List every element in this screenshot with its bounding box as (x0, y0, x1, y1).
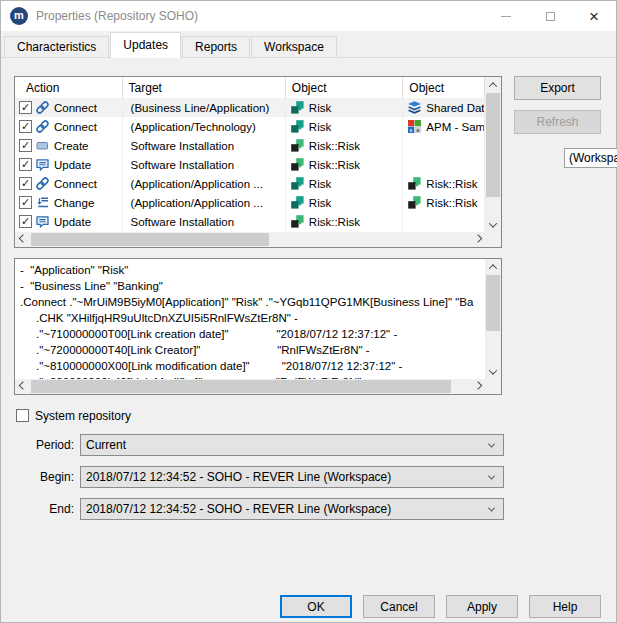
app-logo-icon: m (10, 7, 28, 25)
layers-icon (407, 100, 422, 115)
scroll-up-button[interactable] (485, 77, 501, 92)
export-button[interactable]: Export (514, 76, 601, 100)
scroll-up-button[interactable] (485, 259, 501, 274)
column-header-object-3[interactable]: Object (403, 77, 485, 98)
object-cell: Risk::Risk (286, 136, 404, 155)
title-bar: m Properties (Repository SOHO) × (1, 1, 616, 31)
maximize-button[interactable] (528, 1, 572, 31)
scrollbar-corner (485, 232, 501, 247)
help-button[interactable]: Help (529, 595, 601, 618)
update-icon (35, 157, 50, 172)
row-checkbox[interactable]: ✓ (19, 196, 32, 209)
table-row[interactable]: ✓Connect(Business Line/Application)RiskS… (15, 98, 485, 117)
action-label: Connect (54, 178, 97, 190)
chevron-right-icon (473, 234, 481, 242)
table-row[interactable]: ✓Connect(Application/Technology)RisksaAP… (15, 117, 485, 136)
chevron-down-icon (488, 473, 495, 480)
tab-updates[interactable]: Updates (110, 32, 181, 58)
log-line: .CHK "XHilfjqHR9uUltcDnXZUI5i5RnlFWsZtEr… (20, 310, 485, 326)
object-cell-2: Shared Data (403, 98, 485, 117)
minimize-button[interactable] (484, 1, 528, 31)
change-icon (35, 195, 50, 210)
object-cell-label: Risk (309, 121, 331, 133)
log-panel[interactable]: - "Application" "Risk"- "Business Line" … (14, 258, 502, 395)
link-icon (35, 119, 50, 134)
log-horizontal-scrollbar[interactable] (15, 379, 485, 394)
log-vertical-scrollbar[interactable] (485, 259, 501, 379)
column-header-action-0[interactable]: Action (15, 77, 123, 98)
scroll-left-button[interactable] (15, 232, 30, 247)
table-row[interactable]: ✓UpdateSoftware InstallationRisk::Risk (15, 212, 485, 231)
table-row[interactable]: ✓Connect(Application/Application ...Risk… (15, 174, 485, 193)
log-line: - "Application" "Risk" (20, 262, 485, 278)
log-line: .Connect ."~MrUiM9B5iyM0[Application]" "… (20, 294, 485, 310)
object-cell-2: saAPM - Sam (403, 117, 485, 136)
risk-risk-icon (407, 195, 422, 210)
scroll-thumb[interactable] (31, 233, 269, 246)
row-checkbox[interactable]: ✓ (19, 177, 32, 190)
action-label: Connect (54, 121, 97, 133)
cancel-button[interactable]: Cancel (363, 595, 435, 618)
column-header-object-2[interactable]: Object (286, 77, 404, 98)
close-icon: × (589, 8, 599, 25)
system-repository-checkbox[interactable] (16, 409, 29, 422)
object-cell-2 (403, 155, 485, 174)
target-cell: (Business Line/Application) (123, 98, 286, 117)
table-vertical-scrollbar[interactable] (485, 77, 501, 232)
object-cell-2: Risk::Risk (403, 193, 485, 212)
risk-icon (290, 100, 305, 115)
chevron-up-icon (489, 82, 497, 90)
chevron-left-icon (18, 234, 26, 242)
log-text: - "Application" "Risk"- "Business Line" … (15, 259, 485, 379)
create-icon (35, 138, 50, 153)
row-checkbox[interactable]: ✓ (19, 139, 32, 152)
table-row[interactable]: ✓CreateSoftware InstallationRisk::Risk (15, 136, 485, 155)
row-checkbox[interactable]: ✓ (19, 158, 32, 171)
scroll-left-button[interactable] (15, 379, 30, 394)
target-cell: Software Installation (123, 136, 286, 155)
scrollbar-corner (485, 379, 501, 394)
minimize-icon (501, 16, 511, 17)
column-header-target-1[interactable]: Target (123, 77, 286, 98)
table-row[interactable]: ✓UpdateSoftware InstallationRisk::Risk (15, 155, 485, 174)
table-horizontal-scrollbar[interactable] (15, 232, 485, 247)
table-row[interactable]: ✓Change(Application/Application ...RiskR… (15, 193, 485, 212)
scroll-thumb[interactable] (486, 275, 500, 331)
scroll-thumb[interactable] (486, 93, 500, 197)
ok-button[interactable]: OK (280, 595, 352, 618)
tab-reports[interactable]: Reports (182, 36, 250, 57)
object-cell-2-label: Shared Data (426, 102, 485, 114)
action-label: Update (54, 216, 91, 228)
action-cell: ✓Connect (15, 174, 123, 193)
action-cell: ✓Update (15, 155, 123, 174)
scroll-thumb[interactable] (31, 380, 451, 393)
apply-button[interactable]: Apply (446, 595, 518, 618)
scroll-down-button[interactable] (485, 364, 501, 379)
scroll-right-button[interactable] (470, 379, 485, 394)
close-button[interactable]: × (572, 1, 616, 31)
risk-risk-icon (290, 138, 305, 153)
workspace-tooltip: (Workspa (564, 148, 617, 168)
target-cell: Software Installation (123, 212, 286, 231)
target-cell: Software Installation (123, 155, 286, 174)
scroll-down-button[interactable] (485, 217, 501, 232)
end-select[interactable]: 2018/07/12 12:34:52 - SOHO - REVER Line … (80, 498, 504, 520)
action-label: Create (54, 140, 89, 152)
tab-workspace[interactable]: Workspace (251, 36, 337, 57)
risk-icon (290, 119, 305, 134)
row-checkbox[interactable]: ✓ (19, 215, 32, 228)
log-line: ."~720000000T40[Link Creator]" "RnlFWsZt… (20, 342, 485, 358)
row-checkbox[interactable]: ✓ (19, 101, 32, 114)
period-select[interactable]: Current (80, 434, 504, 456)
object-cell-2-label: Risk::Risk (426, 197, 477, 209)
svg-text:s: s (410, 127, 413, 133)
row-checkbox[interactable]: ✓ (19, 120, 32, 133)
risk-risk-icon (290, 214, 305, 229)
object-cell-label: Risk::Risk (309, 159, 360, 171)
begin-select[interactable]: 2018/07/12 12:34:52 - SOHO - REVER Line … (80, 466, 504, 488)
scroll-right-button[interactable] (470, 232, 485, 247)
log-line: ."~710000000T00[Link creation date]" "20… (20, 326, 485, 342)
object-cell: Risk (286, 117, 404, 136)
chevron-down-icon (489, 219, 497, 227)
tab-characteristics[interactable]: Characteristics (4, 36, 109, 57)
